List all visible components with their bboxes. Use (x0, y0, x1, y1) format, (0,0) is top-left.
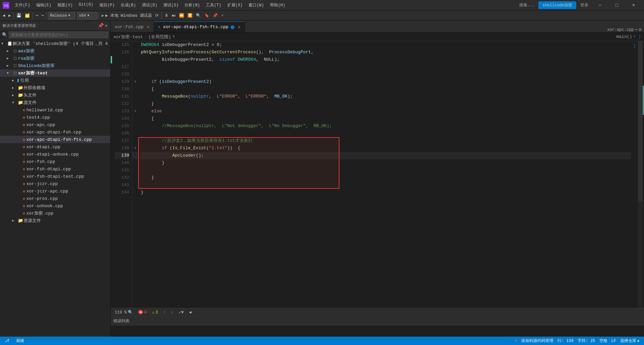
menu-window[interactable]: 窗口(W) (246, 2, 267, 9)
minimize-button[interactable]: − (592, 0, 608, 11)
status-nav-up[interactable]: ↑ (513, 339, 519, 343)
warning-badge[interactable]: ⚠ 3 (151, 310, 159, 315)
tab-active-close[interactable]: ✕ (238, 24, 240, 30)
status-line[interactable]: 行: 139 (555, 338, 576, 344)
toolbar-undo-btn[interactable]: ↩ (34, 12, 39, 20)
toolbar-debug-step5[interactable]: 🔍 (195, 12, 202, 20)
toolbar-debug-step6[interactable]: 🔖 (203, 12, 211, 20)
tree-item-xor-apc-dtapi-fsh-fts[interactable]: ▶ ⚙ xor-apc-dtapi-fsh-fts.cpp (0, 136, 110, 143)
arch-dropdown[interactable]: x64 ▼ (77, 12, 97, 19)
toolbar-forward-btn[interactable]: ▶ (7, 12, 12, 20)
tree-item-xor-apc[interactable]: ▶ ⚙ xor-apc.cpp (0, 121, 110, 128)
menu-test[interactable]: 测试(S) (161, 2, 181, 9)
login-button[interactable]: 登录 (578, 2, 591, 8)
tab-xor-fsh[interactable]: xor-fsh.cpp ✕ (111, 21, 154, 32)
toolbar-debug-step4[interactable]: ⏬ (186, 12, 194, 20)
fold-133[interactable]: ▼ (132, 108, 138, 115)
tab-xor-fsh-close[interactable]: ✕ (147, 24, 150, 30)
menu-debug[interactable]: 调试(D) (139, 2, 160, 9)
nav-prev[interactable]: ◀ (188, 310, 193, 315)
tree-item-xor-jczr-apc[interactable]: ▶ ⚙ xor-jczr-apc.cpp (0, 187, 110, 195)
fold-138[interactable]: ▼ (132, 145, 138, 152)
menu-view[interactable]: 视图(V) (55, 2, 75, 9)
tab-xor-apc-dtapi[interactable]: ✎ xor-apc-dtapi-fsh-fts.cpp ⬤ ✕ (154, 21, 245, 32)
toolbar-save-all-btn[interactable]: 🗂️ (23, 12, 31, 20)
tree-item-xor-fsh-dtapi[interactable]: ▶ ⚙ xor-fsh-dtapi.cpp (0, 165, 110, 173)
toolbar-save-btn[interactable]: 💾 (15, 12, 23, 20)
status-encoding[interactable]: LF (609, 339, 618, 343)
tree-item-xor-jczr[interactable]: ▶ ⚙ xor-jczr.cpp (0, 180, 110, 187)
code-content[interactable]: DWORD64 isDebuggerPresent2 = 0; pNtQuery… (138, 41, 631, 308)
tree-item-xor-jiami[interactable]: ▶ ⚙ xor加密.cpp (0, 210, 110, 217)
tree-item-rsa[interactable]: ▶ □ rsa加密 (0, 55, 110, 62)
tree-item-xor-unhook[interactable]: ▶ ⚙ xor-unhook.cpp (0, 202, 110, 210)
toolbar-debug-step2[interactable]: ⏭ (170, 12, 177, 20)
tree-item-ext-deps[interactable]: ▶ 📁 外部依赖项 (0, 84, 110, 92)
sidebar-close-icon[interactable]: ✕ (105, 23, 108, 28)
scrollbar-thumb[interactable] (638, 41, 643, 201)
zoom-level[interactable]: 119 % 🔍 (113, 310, 134, 315)
breadcrumb-function[interactable]: main() (616, 34, 632, 39)
menu-edit[interactable]: 编辑(E) (34, 2, 54, 9)
toolbar-debug-step7[interactable]: 📌 (211, 12, 219, 20)
status-char[interactable]: 字符: 25 (576, 338, 597, 344)
toolbar-back-btn[interactable]: ◀ (1, 12, 6, 20)
tree-item-xor-fsh[interactable]: ▶ ⚙ xor-fsh.cpp (0, 158, 110, 165)
nav-down[interactable]: ↓ (170, 310, 175, 315)
tree-item-aes[interactable]: ▶ □ aes加密 (0, 47, 110, 55)
run-button[interactable]: ▶ ▶ 本地 Windows 调试器 (100, 12, 153, 20)
status-git[interactable]: ⎇ (3, 337, 11, 345)
menu-analyze[interactable]: 分析(N) (182, 2, 203, 9)
status-indent[interactable]: 空格 (597, 338, 609, 344)
tree-item-test4[interactable]: ▶ ⚙ test4.cpp (0, 114, 110, 121)
nav-up[interactable]: ↑ (162, 310, 167, 315)
tree-item-xor[interactable]: ▼ □ xor加密-test (0, 69, 110, 77)
sources-icon: 📁 (17, 100, 23, 105)
code-editor[interactable]: 125 126 127 128 129 130 131 132 133 134 … (111, 41, 644, 308)
tree-item-xor-fsh-dtapi-test[interactable]: ▶ ⚙ xor-fsh-dtapi-test.cpp (0, 173, 110, 180)
breadcrumb-expand-icon[interactable]: ⟩ (638, 34, 641, 40)
search-input[interactable] (9, 32, 108, 38)
tree-item-headers[interactable]: ▶ 📁 头文件 (0, 92, 110, 99)
menu-git[interactable]: Git(G) (76, 2, 96, 9)
status-source-control[interactable]: 添加到源代码管理 (519, 338, 555, 344)
search-box[interactable]: 搜索... (519, 2, 535, 8)
close-button[interactable]: × (626, 0, 641, 11)
expand-right-icon[interactable]: ⟩ (633, 43, 636, 49)
check-icon[interactable]: ✓▼ (177, 310, 185, 315)
menu-project[interactable]: 项目(P) (97, 2, 117, 9)
toolbar-attach-btn[interactable]: ⟳ (154, 12, 160, 20)
tab-settings-icon[interactable]: ⚙ (639, 27, 641, 32)
bottom-panel-title[interactable]: 错误列表 (113, 318, 129, 324)
toolbar-debug-step1[interactable]: ⏸ (163, 12, 170, 20)
toolbar-debug-step3[interactable]: ⏩ (178, 12, 185, 20)
config-dropdown[interactable]: Release ▼ (48, 12, 75, 19)
tree-item-xor-apc-dtapi-fsh[interactable]: ▶ ⚙ xor-apc-dtapi-fsh.cpp (0, 128, 110, 136)
maximize-button[interactable]: □ (609, 0, 625, 11)
tree-item-sources[interactable]: ▼ 📁 源文件 (0, 99, 110, 106)
tree-item-shellcode[interactable]: ▶ □ Shellcode加密库 (0, 62, 110, 69)
tree-item-xor-dtapi[interactable]: ▶ ⚙ xor-dtapi.cpp (0, 143, 110, 151)
menu-tools[interactable]: 工具(T) (203, 2, 224, 9)
error-badge[interactable]: ⛔ 0 (137, 310, 148, 315)
status-repo[interactable]: 选择仓库 ▲ (618, 338, 641, 344)
menu-file[interactable]: 文件(F) (12, 2, 33, 9)
breadcrumb-scope[interactable]: (全局范围) (148, 34, 171, 40)
toolbar-redo-btn[interactable]: ↪ (40, 12, 45, 20)
tree-item-helloworld[interactable]: ▶ ⚙ helloworld.cpp (0, 106, 110, 114)
menu-help[interactable]: 帮助(H) (267, 2, 288, 9)
tree-item-xor-pros[interactable]: ▶ ⚙ xor-pros.cpp (0, 195, 110, 202)
menu-extensions[interactable]: 扩展(X) (225, 2, 246, 9)
tree-item-solution[interactable]: ▼ 📋 解决方案 'shellcode加密' (4 个项目，共 4 个) (0, 40, 110, 47)
tab-xor-apc-label[interactable]: xor-apc.cpp (607, 27, 634, 32)
tab-more-icon[interactable]: ⋯ (635, 27, 638, 32)
breadcrumb-project[interactable]: xor加密-test (113, 34, 143, 40)
scrollbar[interactable] (638, 41, 643, 308)
tree-item-resources[interactable]: ▶ 📁 资源文件 (0, 217, 110, 224)
toolbar-debug-step8[interactable]: ⚡ (220, 12, 225, 20)
menu-build[interactable]: 生成(B) (118, 2, 139, 9)
tree-item-refs[interactable]: ▶ 引用 (0, 77, 110, 84)
sidebar-pin-icon[interactable]: 📌 (98, 23, 104, 28)
tree-item-xor-dtapi-unhook[interactable]: ▶ ⚙ xor-dtapi-unhook.cpp (0, 151, 110, 158)
fold-129[interactable]: ▼ (132, 78, 138, 85)
